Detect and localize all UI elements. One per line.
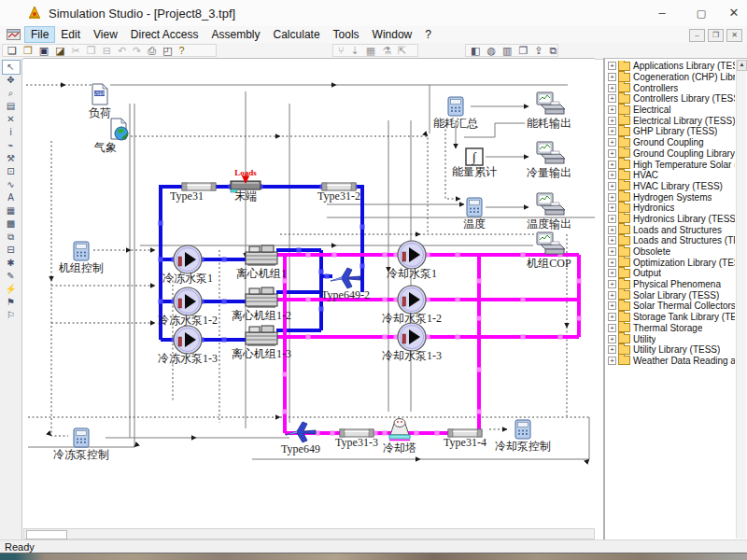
canvas-horizontal-scrollbar[interactable] (23, 528, 595, 539)
save-project-icon[interactable]: ◪ (55, 45, 64, 57)
plug-link-tool-icon[interactable]: ⌁ (3, 139, 20, 152)
save-icon[interactable]: ▣ (39, 45, 49, 57)
expand-icon[interactable]: + (608, 117, 616, 125)
expand-icon[interactable]: + (608, 182, 616, 190)
expand-icon[interactable]: + (608, 203, 616, 212)
send-back-tool-icon[interactable]: ⊟ (3, 244, 20, 257)
new-icon[interactable]: ❏ (7, 45, 17, 57)
copy-icon[interactable]: ❒ (87, 45, 96, 57)
canvas-node-temp-calc[interactable]: 温度 (463, 198, 486, 231)
cascade-icon[interactable]: ◧ (471, 45, 480, 57)
expand-icon[interactable]: + (608, 335, 616, 343)
undo-icon[interactable]: ↶ (118, 45, 126, 57)
library-item-thermal-storage[interactable]: +Thermal Storage (608, 323, 735, 334)
close-button[interactable]: ✕ (721, 0, 747, 26)
maximize-button[interactable]: ▢ (682, 0, 721, 26)
expand-icon[interactable]: + (608, 94, 616, 103)
menu-calculate[interactable]: Calculate (267, 27, 327, 42)
expand-icon[interactable]: + (608, 324, 616, 332)
close-window-icon[interactable]: ⧉ (550, 45, 557, 57)
delete-tool-icon[interactable]: ✕ (3, 113, 20, 126)
expand-icon[interactable]: + (608, 138, 616, 147)
pattern-tool-icon[interactable]: ▩ (3, 217, 20, 231)
assembly-mode-icon[interactable]: ⚗ (382, 45, 391, 57)
expand-icon[interactable]: + (608, 62, 616, 70)
arrange-icon[interactable]: ⇪ (534, 45, 543, 57)
library-item-ground-coupling[interactable]: +Ground Coupling (608, 137, 735, 148)
tile-horizontal-icon[interactable]: ◍ (486, 45, 496, 57)
project-document-icon[interactable] (7, 29, 21, 40)
wrench-tool-icon[interactable]: ⚒ (3, 152, 20, 165)
stamp-tool-icon[interactable]: ⊡ (3, 165, 20, 178)
library-item-hydronics-library-tess[interactable]: +Hydronics Library (TESS) (608, 214, 735, 225)
insert-icon[interactable]: ⇣ (351, 45, 359, 57)
scrollbar-thumb[interactable] (26, 530, 67, 539)
expand-icon[interactable]: + (608, 127, 616, 135)
scroll-up-icon[interactable]: ▲ (737, 60, 747, 71)
library-item-ground-coupling-library-tess[interactable]: +Ground Coupling Library (TESS) (608, 148, 735, 160)
expand-icon[interactable]: + (608, 215, 616, 223)
flag-outline-tool-icon[interactable]: ⚐ (3, 309, 20, 322)
library-item-utility[interactable]: +Utility (608, 333, 735, 344)
expand-icon[interactable]: + (608, 84, 616, 92)
run-tool-icon[interactable]: ⚡ (3, 283, 20, 296)
grid-tool-icon[interactable]: ▦ (3, 204, 20, 217)
canvas-node-type31-4[interactable]: Type31-4 (444, 429, 486, 449)
expand-icon[interactable]: + (608, 345, 616, 354)
expand-icon[interactable]: + (608, 226, 616, 234)
library-item-cogeneration-chp-library-tess[interactable]: +Cogeneration (CHP) Library (TESS) (608, 72, 735, 83)
expand-icon[interactable]: + (608, 247, 616, 256)
canvas-node-type31-3[interactable]: Type31-3 (335, 429, 378, 449)
menu-assembly[interactable]: Assembly (205, 27, 267, 42)
new-window-icon[interactable]: ❐ (518, 45, 528, 57)
library-item-hvac-library-tess[interactable]: +HVAC Library (TESS) (608, 181, 735, 192)
library-item-hydrogen-systems[interactable]: +Hydrogen Systems (608, 191, 735, 203)
select-tool-icon[interactable]: ↖ (3, 61, 20, 74)
library-item-solar-library-tess[interactable]: +Solar Library (TESS) (608, 289, 735, 301)
library-item-output[interactable]: +Output (608, 268, 735, 279)
print-preview-icon[interactable]: ◰ (162, 45, 172, 57)
zoom-tool-icon[interactable]: ⌕ (3, 87, 20, 100)
expand-icon[interactable]: + (608, 161, 616, 169)
snapshot-tool-icon[interactable]: ▤ (3, 100, 20, 113)
export-icon[interactable]: ⇱ (398, 45, 406, 57)
cut-icon[interactable]: ✂ (72, 45, 80, 57)
library-item-loads-and-structures-tess[interactable]: +Loads and Structures (TESS) (608, 235, 735, 246)
library-item-electrical-library-tess[interactable]: +Electrical Library (TESS) (608, 115, 735, 126)
menu-file[interactable]: File (25, 27, 54, 42)
library-item-storage-tank-library-tess[interactable]: +Storage Tank Library (TESS) (608, 312, 735, 323)
minimize-button[interactable]: – (642, 0, 682, 26)
library-item-electrical[interactable]: +Electrical (608, 105, 735, 116)
canvas-node-type31-2[interactable]: Type31-2 (317, 183, 360, 203)
expand-icon[interactable]: + (608, 280, 616, 288)
library-item-weather-data-reading-and-process[interactable]: +Weather Data Reading and Process (608, 356, 735, 367)
grid-view-icon[interactable]: ▦ (366, 45, 375, 57)
expand-icon[interactable]: + (608, 105, 616, 114)
library-item-controllers-library-tess[interactable]: +Controllers Library (TESS) (608, 93, 735, 105)
flag-tool-icon[interactable]: ⚑ (3, 296, 20, 309)
library-item-high-temperature-solar-tess[interactable]: +High Temperature Solar (TESS) (608, 159, 735, 170)
redo-icon[interactable]: ↷ (133, 45, 141, 57)
library-item-applications-library-tess[interactable]: +Applications Library (TESS) (608, 61, 735, 72)
print-icon[interactable]: ⎙ (148, 45, 156, 57)
menu-edit[interactable]: Edit (54, 27, 87, 42)
pen-tool-icon[interactable]: ✎ (3, 270, 20, 283)
pan-tool-icon[interactable]: ✥ (3, 74, 20, 87)
expand-icon[interactable]: + (608, 171, 616, 179)
library-item-loads-and-structures[interactable]: +Loads and Structures (608, 224, 735, 235)
library-item-optimization-library-tess[interactable]: +Optimization Library (TESS) (608, 257, 735, 268)
library-item-obsolete[interactable]: +Obsolete (608, 246, 735, 258)
library-scrollbar[interactable]: ▲ (736, 60, 746, 539)
canvas-node-terminal[interactable]: 末端 (231, 181, 261, 203)
library-item-controllers[interactable]: +Controllers (608, 82, 735, 93)
expand-icon[interactable]: + (608, 236, 616, 245)
library-item-ghp-library-tess[interactable]: +GHP Library (TESS) (608, 126, 735, 137)
expand-icon[interactable]: + (608, 291, 616, 300)
expand-icon[interactable]: + (608, 357, 616, 365)
expand-icon[interactable]: + (608, 193, 616, 202)
open-icon[interactable]: ❐ (23, 45, 33, 57)
expand-icon[interactable]: + (608, 149, 616, 158)
library-item-physical-phenomena[interactable]: +Physical Phenomena (608, 279, 735, 290)
tile-vertical-icon[interactable]: ▥ (502, 45, 512, 57)
library-item-hydronics[interactable]: +Hydronics (608, 203, 735, 214)
